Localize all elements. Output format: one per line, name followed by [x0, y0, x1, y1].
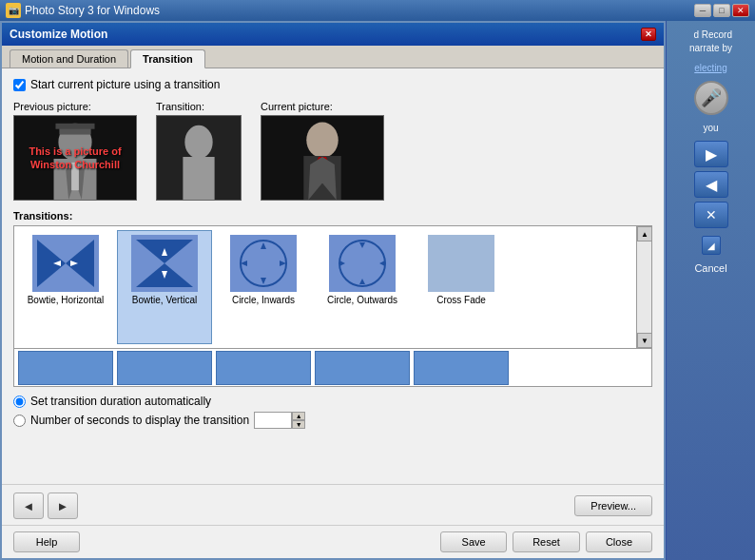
cross-fade-icon — [428, 235, 494, 292]
app-close-button[interactable]: ✕ — [732, 4, 749, 17]
current-picture-frame — [261, 115, 384, 201]
close-button[interactable]: Close — [586, 531, 652, 552]
manual-duration-row: Number of seconds to display the transit… — [13, 412, 652, 429]
titlebar-buttons: ─ □ ✕ — [694, 4, 749, 17]
right-panel-text1: d Record narrate by — [689, 29, 732, 55]
auto-duration-row: Set transition duration automatically — [13, 395, 652, 408]
right-you-label: you — [703, 123, 718, 133]
bowtie-v-icon — [131, 235, 198, 292]
app-title: Photo Story 3 for Windows — [25, 4, 160, 17]
transitions-grid: Bowtie, Horizontal Bowtie, Vertical — [14, 226, 636, 348]
spin-down-button[interactable]: ▼ — [292, 420, 305, 429]
auto-duration-radio[interactable] — [13, 396, 26, 408]
right-arrow-buttons: ▶ ◀ ✕ — [694, 141, 728, 228]
transition-picture-svg — [157, 115, 241, 201]
seconds-input[interactable]: 1.0 — [254, 412, 292, 429]
svg-rect-40 — [428, 235, 494, 292]
dialog-close-button[interactable]: ✕ — [641, 28, 656, 41]
bowtie-v-label: Bowtie, Vertical — [132, 295, 197, 305]
reset-button[interactable]: Reset — [513, 531, 580, 552]
transition-item-row2-1[interactable] — [18, 351, 113, 385]
circle-out-icon — [329, 235, 396, 292]
scroll-down-button[interactable]: ▼ — [637, 333, 652, 348]
dialog-titlebar: Customize Motion ✕ — [2, 23, 664, 46]
transition-checkbox-row: Start current picture using a transition — [13, 78, 652, 91]
transition-checkbox-label: Start current picture using a transition — [30, 78, 220, 91]
auto-duration-label: Set transition duration automatically — [30, 395, 211, 408]
spin-buttons: ▲ ▼ — [292, 412, 305, 429]
right-panel: d Record narrate by electing 🎤 you ▶ ◀ ✕… — [666, 21, 755, 560]
save-button[interactable]: Save — [440, 531, 507, 552]
maximize-button[interactable]: □ — [713, 4, 730, 17]
previous-picture-frame: This is a picture ofWinston Churchill — [13, 115, 137, 201]
transitions-second-row — [13, 349, 652, 387]
transition-item-row2-2[interactable] — [117, 351, 212, 385]
dialog-content: Start current picture using a transition… — [2, 68, 664, 484]
seconds-input-group: 1.0 ▲ ▼ — [254, 412, 305, 429]
previous-picture-label: Previous picture: — [13, 101, 91, 112]
help-button[interactable]: Help — [13, 531, 80, 552]
transition-item-row2-4[interactable] — [315, 351, 410, 385]
right-x-button[interactable]: ✕ — [694, 202, 728, 228]
radio-section: Set transition duration automatically Nu… — [13, 395, 652, 429]
right-panel-link[interactable]: electing — [694, 63, 726, 73]
right-arrow-left-button[interactable]: ◀ — [694, 171, 728, 198]
right-corner-button[interactable]: ◢ — [702, 236, 721, 255]
next-button[interactable]: ► — [48, 492, 78, 519]
transition-item-circle-out[interactable]: Circle, Outwards — [315, 230, 410, 344]
action-buttons-right: Save Reset Close — [440, 531, 652, 552]
circle-in-label: Circle, Inwards — [232, 295, 295, 305]
tab-transition[interactable]: Transition — [130, 49, 205, 68]
bottom-buttons: Help Save Reset Close — [2, 525, 664, 558]
svg-point-9 — [184, 126, 212, 159]
transitions-label: Transitions: — [13, 210, 652, 222]
nav-arrows: ◄ ► — [13, 492, 78, 519]
transition-item-cross-fade[interactable]: Cross Fade — [414, 230, 509, 344]
manual-duration-radio[interactable] — [13, 415, 26, 427]
previous-picture-overlay: This is a picture ofWinston Churchill — [29, 145, 121, 172]
manual-duration-label: Number of seconds to display the transit… — [30, 414, 249, 427]
bowtie-h-icon — [32, 235, 99, 292]
right-arrow-right-button[interactable]: ▶ — [694, 141, 728, 167]
transition-checkbox[interactable] — [13, 79, 26, 91]
tab-motion-duration[interactable]: Motion and Duration — [10, 49, 128, 68]
transition-item-bowtie-v[interactable]: Bowtie, Vertical — [117, 230, 212, 344]
scroll-up-button[interactable]: ▲ — [637, 226, 652, 241]
scroll-track — [637, 241, 651, 333]
transition-picture-label: Transition: — [156, 101, 204, 112]
dialog-title: Customize Motion — [10, 28, 107, 41]
prev-button[interactable]: ◄ — [13, 492, 44, 519]
svg-rect-10 — [183, 157, 214, 200]
circle-out-label: Circle, Outwards — [327, 295, 397, 305]
previous-picture-item: Previous picture: — [13, 101, 137, 201]
svg-point-12 — [306, 123, 338, 158]
cross-fade-label: Cross Fade — [436, 295, 486, 305]
mic-button[interactable]: 🎤 — [694, 81, 728, 115]
transition-item-bowtie-h[interactable]: Bowtie, Horizontal — [18, 230, 113, 344]
transition-item-circle-in[interactable]: Circle, Inwards — [216, 230, 311, 344]
transition-item-row2-3[interactable] — [216, 351, 311, 385]
current-picture-label: Current picture: — [261, 101, 333, 112]
pictures-row: Previous picture: — [13, 101, 652, 201]
transitions-grid-wrapper: Bowtie, Horizontal Bowtie, Vertical — [13, 225, 652, 349]
circle-in-icon — [230, 235, 297, 292]
app-titlebar: 📷 Photo Story 3 for Windows ─ □ ✕ — [0, 0, 755, 21]
spin-up-button[interactable]: ▲ — [292, 412, 305, 420]
bowtie-h-label: Bowtie, Horizontal — [28, 295, 105, 305]
customize-motion-dialog: Customize Motion ✕ Motion and Duration T… — [0, 21, 666, 560]
nav-row: ◄ ► Preview... — [2, 484, 664, 525]
app-icon: 📷 — [6, 3, 21, 18]
main-area: Customize Motion ✕ Motion and Duration T… — [0, 21, 755, 560]
transition-picture-frame — [156, 115, 242, 201]
transitions-scrollbar[interactable]: ▲ ▼ — [636, 226, 651, 348]
minimize-button[interactable]: ─ — [694, 4, 711, 17]
transition-item-row2-5[interactable] — [414, 351, 509, 385]
current-picture-item: Current picture: — [261, 101, 384, 201]
preview-button[interactable]: Preview... — [574, 495, 652, 516]
current-picture-svg — [261, 115, 383, 201]
svg-rect-4 — [55, 124, 94, 129]
tab-bar: Motion and Duration Transition — [2, 46, 664, 68]
cancel-text[interactable]: Cancel — [694, 262, 726, 274]
transition-picture-item: Transition: — [156, 101, 242, 201]
